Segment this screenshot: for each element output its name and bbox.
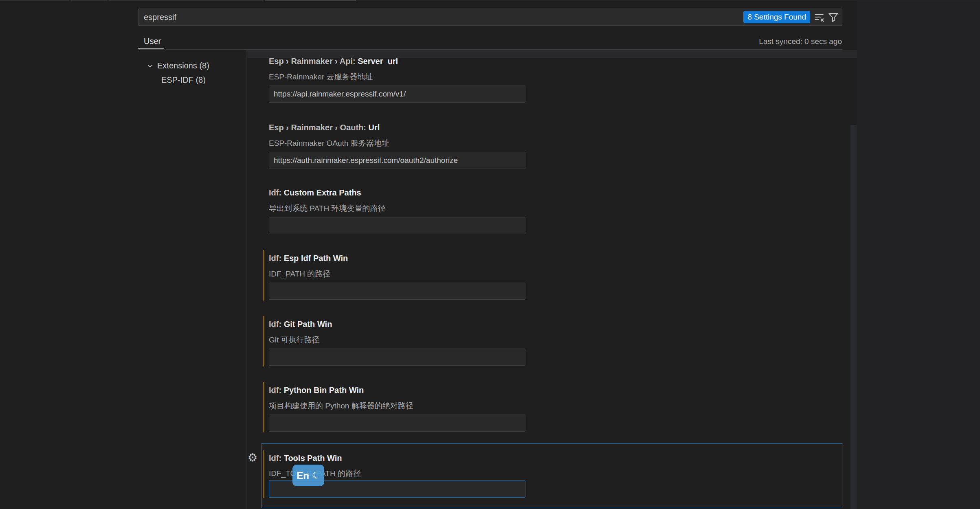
setting-value-input[interactable] (269, 415, 525, 432)
setting-label: Idf: Custom Extra Paths (269, 188, 361, 197)
setting-label: Idf: Git Path Win (269, 320, 332, 329)
ime-language-indicator: En ☾ (292, 465, 324, 486)
setting-description: 导出到系统 PATH 环境变量的路径 (269, 203, 385, 214)
setting-row-server-url: Esp › Rainmaker › Api: Server_url ESP-Ra… (247, 57, 849, 103)
search-input[interactable]: espressif (138, 13, 743, 22)
tab-sliver (0, 0, 69, 1)
setting-category: Idf: (269, 454, 284, 463)
setting-category: Esp › Rainmaker › Oauth: (269, 123, 369, 132)
setting-category: Idf: (269, 254, 284, 263)
toc-item-extensions[interactable]: Extensions (8) (147, 61, 209, 70)
setting-row-git-path-win: Idf: Git Path Win Git 可执行路径 (247, 320, 849, 366)
setting-label: Idf: Tools Path Win (269, 454, 342, 463)
setting-key: Python Bin Path Win (284, 386, 364, 395)
clear-search-results-icon[interactable] (814, 12, 824, 22)
setting-description: Git 可执行路径 (269, 335, 320, 345)
setting-label: Idf: Python Bin Path Win (269, 386, 364, 395)
last-synced-status: Last synced: 0 secs ago (759, 37, 842, 46)
setting-label: Esp › Rainmaker › Oauth: Url (269, 123, 380, 132)
toc-splitter-sash[interactable] (246, 50, 247, 509)
setting-key: Esp Idf Path Win (284, 254, 348, 263)
setting-category: Idf: (269, 320, 284, 329)
modified-indicator-bar (263, 450, 264, 498)
toc-item-esp-idf[interactable]: ESP-IDF (8) (161, 75, 206, 85)
modified-indicator-bar (263, 250, 264, 301)
active-tab-sliver (265, 0, 356, 1)
setting-value-input[interactable] (269, 349, 525, 366)
setting-category: Idf: (269, 386, 284, 395)
setting-label: Idf: Esp Idf Path Win (269, 254, 348, 263)
tab-sliver (109, 0, 263, 1)
filter-icon[interactable] (828, 12, 839, 22)
setting-description: ESP-Rainmaker 云服务器地址 (269, 72, 373, 82)
toc-label: Extensions (8) (157, 61, 209, 70)
settings-editor: espressif 8 Settings Found User Last syn… (0, 0, 980, 509)
tab-sliver (71, 0, 107, 1)
setting-row-tools-path-win: Idf: Tools Path Win IDF_TOOLS_PATH 的路径 (247, 454, 849, 498)
setting-key: Git Path Win (284, 320, 332, 329)
setting-description: IDF_PATH 的路径 (269, 269, 330, 279)
ime-language-label: En (297, 470, 309, 481)
setting-row-esp-idf-path-win: Idf: Esp Idf Path Win IDF_PATH 的路径 (247, 254, 849, 301)
setting-description: 项目构建使用的 Python 解释器的绝对路径 (269, 401, 413, 411)
setting-row-python-bin-path-win: Idf: Python Bin Path Win 项目构建使用的 Python … (247, 386, 849, 432)
setting-value-input[interactable] (269, 152, 525, 169)
editor-tabbar-sliver (0, 0, 980, 1)
moon-icon: ☾ (311, 470, 321, 481)
setting-row-oauth-url: Esp › Rainmaker › Oauth: Url ESP-Rainmak… (247, 123, 849, 170)
chevron-down-icon (147, 63, 153, 69)
empty-editor-area (857, 1, 980, 509)
modified-indicator-bar (263, 316, 264, 366)
setting-value-input[interactable] (269, 86, 525, 103)
tab-user-scope[interactable]: User (144, 37, 161, 46)
vertical-scrollbar-thumb[interactable] (850, 125, 857, 509)
search-controls: 8 Settings Found (743, 11, 842, 23)
setting-value-input[interactable] (269, 217, 525, 234)
setting-category: Idf: (269, 188, 284, 197)
setting-key: Url (369, 123, 380, 132)
setting-value-input[interactable] (269, 283, 525, 300)
setting-row-custom-extra-paths: Idf: Custom Extra Paths 导出到系统 PATH 环境变量的… (247, 188, 849, 235)
setting-key: Tools Path Win (284, 454, 342, 463)
settings-search-box[interactable]: espressif 8 Settings Found (138, 9, 842, 26)
header-divider (138, 49, 842, 50)
setting-key: Custom Extra Paths (284, 188, 361, 197)
settings-found-badge: 8 Settings Found (743, 11, 810, 23)
setting-description: ESP-Rainmaker OAuth 服务器地址 (269, 138, 389, 149)
modified-indicator-bar (263, 382, 264, 432)
clipped-row-band (247, 50, 857, 58)
gear-icon[interactable]: ⚙ (248, 452, 257, 463)
toc-label: ESP-IDF (8) (161, 75, 206, 85)
